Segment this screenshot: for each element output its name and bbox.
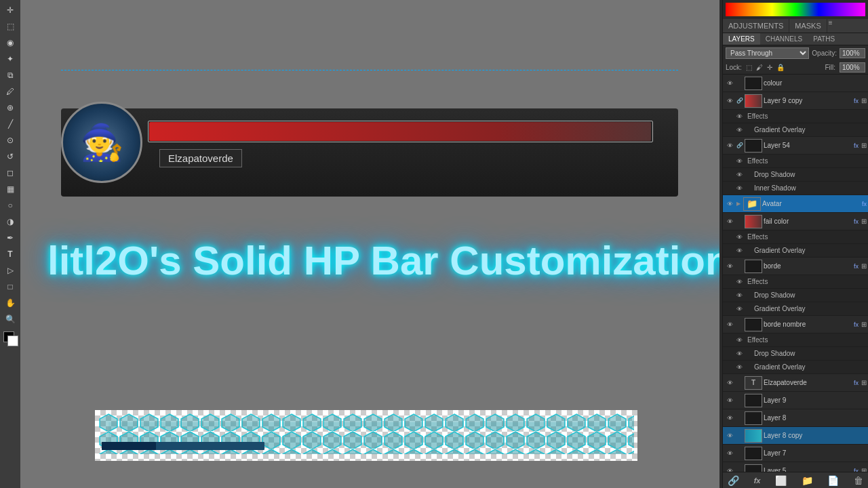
eye-5[interactable]: 👁 [724,466,735,472]
eye-avatar[interactable]: 👁 [724,199,735,209]
color-gradient-swatch[interactable] [726,3,865,16]
eye-54[interactable]: 👁 [724,140,735,151]
brush-tool[interactable]: ╱ [3,117,18,131]
eye-colour[interactable]: 👁 [724,78,735,89]
folder-chevron-avatar[interactable]: ▶ [736,201,741,207]
clone-stamp-tool[interactable]: ⊙ [3,133,18,148]
eye-7[interactable]: 👁 [724,448,735,459]
channels-tab[interactable]: CHANNELS [760,33,808,45]
name-7: Layer 7 [764,449,867,457]
drop-shadow-bordenombre[interactable]: 👁 Drop Shadow [723,347,868,361]
settings-failcolor[interactable]: ⊞ [861,218,867,225]
layer-colour[interactable]: 👁 colour [723,75,868,92]
masks-tab[interactable]: MASKS [789,19,827,33]
layer-borde[interactable]: 👁 borde fx ⊞ [723,258,868,275]
effect-eye-innershadow-54[interactable]: 👁 [736,185,746,192]
drop-shadow-54[interactable]: 👁 Drop Shadow [723,168,868,182]
eye-bordenombre[interactable]: 👁 [724,319,735,330]
text-tool[interactable]: T [3,247,18,262]
lock-transparent-icon[interactable]: ⬚ [746,64,752,71]
lock-position-icon[interactable]: ✛ [767,64,772,71]
color-swatch[interactable] [3,331,18,346]
effect-eye-dropshadow-54[interactable]: 👁 [736,171,746,178]
gradient-overlay-failcolor[interactable]: 👁 Gradient Overlay [723,244,868,258]
settings-borde[interactable]: ⊞ [861,262,867,270]
inner-shadow-54[interactable]: 👁 Inner Shadow [723,182,868,195]
eye-borde[interactable]: 👁 [724,261,735,272]
selection-tool[interactable]: ⬚ [3,19,18,34]
layer-8copy[interactable]: 👁 Layer 8 copy [723,427,868,445]
eye-9[interactable]: 👁 [724,395,735,406]
eye-8copy[interactable]: 👁 [724,430,735,441]
effect-eye-grad-9copy[interactable]: 👁 [736,127,746,134]
new-group-button[interactable]: 📁 [800,475,815,486]
paths-tab[interactable]: PATHS [808,33,840,45]
spot-heal-tool[interactable]: ⊕ [3,100,18,115]
move-tool[interactable]: ✛ [3,3,18,18]
settings-54[interactable]: ⊞ [861,142,867,149]
eye-8[interactable]: 👁 [724,413,735,424]
crop-tool[interactable]: ⧉ [3,68,18,83]
add-mask-button[interactable]: ⬜ [773,475,789,486]
zoom-tool[interactable]: 🔍 [3,312,18,327]
pen-tool[interactable]: ✒ [3,230,18,245]
shape-tool[interactable]: □ [3,279,18,294]
magic-wand-tool[interactable]: ✦ [3,52,18,66]
layer-bordenombre[interactable]: 👁 borde nombre fx ⊞ [723,316,868,333]
opacity-input[interactable] [840,48,865,58]
add-style-button[interactable]: fx [752,476,763,485]
effect-eye-bordenombre[interactable]: 👁 [736,337,746,344]
drop-shadow-borde[interactable]: 👁 Drop Shadow [723,289,868,302]
effects-label-9copy: Effects [747,113,768,120]
panel-settings-icon[interactable]: ≡ [829,19,833,33]
eye-9copy[interactable]: 👁 [724,96,735,106]
effect-eye-drop-bordenombre[interactable]: 👁 [736,350,746,357]
lasso-tool[interactable]: ◉ [3,35,18,50]
link-layers-button[interactable]: 🔗 [726,475,741,486]
fill-input[interactable] [840,62,865,73]
layer-9copy[interactable]: 👁 🔗 Layer 9 copy fx ⊞ [723,92,868,110]
eye-elzapatoverde[interactable]: 👁 [724,378,735,388]
new-layer-button[interactable]: 📄 [825,475,841,486]
delete-layer-button[interactable]: 🗑 [852,475,865,486]
settings-5[interactable]: ⊞ [861,467,867,472]
adjustments-tab[interactable]: ADJUSTMENTS [723,19,789,33]
lock-all-icon[interactable]: 🔒 [776,64,785,71]
effect-eye-grad-bordenombre[interactable]: 👁 [736,364,746,371]
gradient-overlay-9copy[interactable]: 👁 Gradient Overlay [723,123,868,137]
effect-eye-grad-failcolor[interactable]: 👁 [736,247,746,254]
name-elzapatoverde: Elzapatoverde [764,379,851,386]
layer-elzapatoverde[interactable]: 👁 T Elzapatoverde fx ⊞ [723,374,868,392]
eyedropper-tool[interactable]: 🖊 [3,84,18,99]
layer-avatar-folder[interactable]: 👁 ▶ 📁 Avatar fx [723,195,868,213]
effect-eye-drop-borde[interactable]: 👁 [736,292,746,299]
effect-eye-borde[interactable]: 👁 [736,279,746,285]
dodge-tool[interactable]: ◑ [3,214,18,229]
eraser-tool[interactable]: ◻ [3,165,18,180]
effect-eye-grad-borde[interactable]: 👁 [736,306,746,312]
settings-elzapatoverde[interactable]: ⊞ [861,379,867,386]
gradient-overlay-borde[interactable]: 👁 Gradient Overlay [723,302,868,316]
gradient-overlay-bordenombre[interactable]: 👁 Gradient Overlay [723,361,868,374]
hex-bar [98,413,634,454]
hand-tool[interactable]: ✋ [3,296,18,310]
effect-eye-failcolor[interactable]: 👁 [736,234,746,241]
gradient-tool[interactable]: ▦ [3,182,18,197]
layer-5[interactable]: 👁 Layer 5 fx ⊞ [723,462,868,472]
path-select-tool[interactable]: ▷ [3,263,18,278]
layer-54[interactable]: 👁 🔗 Layer 54 fx ⊞ [723,137,868,155]
lock-image-icon[interactable]: 🖌 [756,64,763,71]
effect-eye-54[interactable]: 👁 [736,158,746,165]
layers-tab[interactable]: LAYERS [723,33,760,45]
settings-9copy[interactable]: ⊞ [861,97,867,104]
blur-tool[interactable]: ○ [3,198,18,213]
history-brush-tool[interactable]: ↺ [3,149,18,164]
layer-failcolor[interactable]: 👁 fail color fx ⊞ [723,213,868,230]
effect-eye-9copy[interactable]: 👁 [736,113,746,120]
layer-9[interactable]: 👁 Layer 9 [723,392,868,409]
settings-bordenombre[interactable]: ⊞ [861,321,867,328]
eye-failcolor[interactable]: 👁 [724,216,735,227]
layer-8[interactable]: 👁 Layer 8 [723,409,868,427]
blend-mode-select[interactable]: Pass Through Normal Multiply Screen [726,47,809,59]
layer-7[interactable]: 👁 Layer 7 [723,445,868,462]
